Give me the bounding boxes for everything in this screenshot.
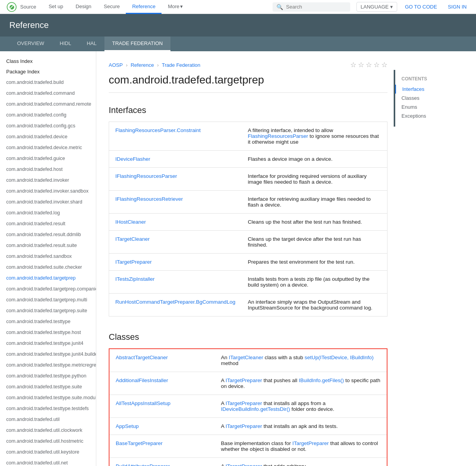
sidebar-item-result-ddmlib[interactable]: com.android.tradefed.result.ddmlib <box>0 229 96 240</box>
star-4[interactable]: ☆ <box>374 61 380 69</box>
sidebar-item-device[interactable]: com.android.tradefed.device <box>0 131 96 142</box>
star-5[interactable]: ☆ <box>381 61 387 69</box>
class-link-all-test-apps-install-setup[interactable]: AllTestAppsInstallSetup <box>116 400 170 406</box>
itarget-preparer-link-3[interactable]: ITargetPreparer <box>226 423 262 429</box>
sidebar-item-config-gcs[interactable]: com.android.tradefed.config.gcs <box>0 120 96 131</box>
itarget-preparer-link-4[interactable]: ITargetPreparer <box>292 440 329 446</box>
star-2[interactable]: ☆ <box>358 61 364 69</box>
class-link-additional-files-installer[interactable]: AdditionalFilesInstaller <box>116 377 168 383</box>
search-box[interactable]: 🔍 <box>273 2 350 12</box>
nav-link-reference[interactable]: Reference <box>126 0 162 14</box>
itarget-preparer-link-1[interactable]: ITargetPreparer <box>226 377 262 383</box>
sign-in-button[interactable]: SIGN IN <box>445 2 470 11</box>
tab-hidl[interactable]: HIDL <box>52 37 79 51</box>
sidebar-item-testtype-junit4-builder[interactable]: com.android.tradefed.testtype.junit4.bui… <box>0 349 96 360</box>
itarget-cleaner-link[interactable]: ITargetCleaner <box>229 355 263 360</box>
sidebar-item-testtype-junit4[interactable]: com.android.tradefed.testtype.junit4 <box>0 338 96 349</box>
sidebar-item-testtype-python[interactable]: com.android.tradefed.testtype.python <box>0 370 96 381</box>
search-input[interactable] <box>286 4 340 10</box>
nav-link-design[interactable]: Design <box>69 0 97 14</box>
itarget-preparer-link-5[interactable]: ITargetPreparer <box>226 463 262 466</box>
idevice-build-info-link[interactable]: IDeviceBuildInfo.getTestsDir() <box>221 406 290 412</box>
sidebar-item-package-index[interactable]: Package Index <box>0 66 96 77</box>
class-desc-all-test-apps-install-setup: A ITargetPreparer that installs all apps… <box>215 395 387 418</box>
flashing-resources-parser-link[interactable]: FlashingResourcesParser <box>248 133 308 139</box>
breadcrumb-aosp[interactable]: AOSP <box>109 62 123 68</box>
sidebar-item-guice[interactable]: com.android.tradefed.guice <box>0 153 96 164</box>
sidebar-item-command[interactable]: com.android.tradefed.command <box>0 88 96 99</box>
logo[interactable] <box>6 2 17 12</box>
tab-trade-federation[interactable]: TRADE FEDERATION <box>104 37 171 51</box>
table-row: FlashingResourcesParser.Constraint A fil… <box>109 122 387 151</box>
chevron-down-icon: ▾ <box>180 3 183 9</box>
toc-item-exceptions[interactable]: Exceptions <box>395 111 464 120</box>
sidebar-item-sandbox[interactable]: com.android.tradefed.sandbox <box>0 251 96 262</box>
sidebar-item-testtype-suite[interactable]: com.android.tradefed.testtype.suite <box>0 381 96 392</box>
toc-item-enums[interactable]: Enums <box>395 103 464 111</box>
sidebar-item-testtype-metricregression[interactable]: com.android.tradefed.testtype.metricregr… <box>0 360 96 370</box>
setup-method-link[interactable]: setUp(ITestDevice, IBuildInfo) <box>304 355 374 360</box>
sidebar-item-util-clockwork[interactable]: com.android.tradefed.util.clockwork <box>0 425 96 436</box>
nav-link-secure[interactable]: Secure <box>97 0 126 14</box>
sidebar-item-testtype[interactable]: com.android.tradefed.testtype <box>0 316 96 327</box>
sidebar-item-targetprep-companion[interactable]: com.android.tradefed.targetprep.companio… <box>0 283 96 294</box>
sidebar-item-build[interactable]: com.android.tradefed.build <box>0 77 96 88</box>
sidebar-item-testtype-testdefs[interactable]: com.android.tradefed.testtype.testdefs <box>0 403 96 414</box>
interface-link-itarget-cleaner[interactable]: ITargetCleaner <box>115 236 150 242</box>
sidebar-item-testtype-host[interactable]: com.android.tradefed.testtype.host <box>0 327 96 338</box>
class-link-base-target-preparer[interactable]: BaseTargetPreparer <box>116 440 163 446</box>
interface-link-iflashing-resources-parser[interactable]: IFlashingResourcesParser <box>115 173 177 179</box>
toc-item-classes[interactable]: Classes <box>395 94 464 103</box>
sidebar-item-log[interactable]: com.android.tradefed.log <box>0 207 96 218</box>
sidebar-item-util-net[interactable]: com.android.tradefed.util.net <box>0 457 96 466</box>
sidebar-item-util[interactable]: com.android.tradefed.util <box>0 414 96 425</box>
table-row: BaseTargetPreparer Base implementation c… <box>109 435 387 458</box>
breadcrumb-reference[interactable]: Reference <box>130 62 154 68</box>
sidebar-item-util-keystore[interactable]: com.android.tradefed.util.keystore <box>0 447 96 457</box>
sidebar-item-result-suite[interactable]: com.android.tradefed.result.suite <box>0 240 96 251</box>
tab-hal[interactable]: HAL <box>79 37 104 51</box>
sidebar-item-util-hostmetric[interactable]: com.android.tradefed.util.hostmetric <box>0 436 96 447</box>
sidebar-item-targetprep-multi[interactable]: com.android.tradefed.targetprep.multi <box>0 294 96 305</box>
sidebar-item-invoker-sandbox[interactable]: com.android.tradefed.invoker.sandbox <box>0 186 96 196</box>
star-1[interactable]: ☆ <box>350 61 356 69</box>
class-link-app-setup[interactable]: AppSetup <box>116 423 139 429</box>
interface-link-iflashing-resources-retriever[interactable]: IFlashingResourcesRetriever <box>115 196 183 202</box>
top-navigation: Source Set up Design Secure Reference Mo… <box>0 0 476 14</box>
sidebar-item-device-metric[interactable]: com.android.tradefed.device.metric <box>0 142 96 153</box>
sidebar-item-host[interactable]: com.android.tradefed.host <box>0 164 96 175</box>
interface-link-itests-zip-installer[interactable]: ITestsZipInstaller <box>115 276 155 282</box>
sidebar-item-class-index[interactable]: Class Index <box>0 56 96 66</box>
nav-link-setup[interactable]: Set up <box>42 0 69 14</box>
interface-link-ihost-cleaner[interactable]: IHostCleaner <box>115 219 146 225</box>
sidebar-item-command-remote[interactable]: com.android.tradefed.command.remote <box>0 99 96 110</box>
classes-table: AbstractTargetCleaner An ITargetCleaner … <box>109 348 387 466</box>
interface-link-itarget-preparer[interactable]: ITargetPreparer <box>115 259 152 265</box>
interface-link-idevice-flasher[interactable]: IDeviceFlasher <box>115 156 150 162</box>
breadcrumb-trade-federation[interactable]: Trade Federation <box>162 62 200 68</box>
sidebar-item-targetprep-suite[interactable]: com.android.tradefed.targetprep.suite <box>0 305 96 316</box>
toc-header: Contents <box>395 76 464 85</box>
sidebar-item-invoker[interactable]: com.android.tradefed.invoker <box>0 175 96 186</box>
itarget-preparer-link-2[interactable]: ITargetPreparer <box>226 400 262 406</box>
star-3[interactable]: ☆ <box>366 61 372 69</box>
sidebar-item-result[interactable]: com.android.tradefed.result <box>0 218 96 229</box>
class-link-abstract-target-cleaner[interactable]: AbstractTargetCleaner <box>116 355 168 360</box>
nav-link-more[interactable]: More ▾ <box>162 0 189 14</box>
ibuildinfo-getfiles-link[interactable]: IBuildInfo.getFiles() <box>299 377 344 383</box>
language-button[interactable]: LANGUAGE ▾ <box>356 2 397 12</box>
tab-overview[interactable]: OVERVIEW <box>9 37 52 51</box>
sidebar-item-suite-checker[interactable]: com.android.tradefed.suite.checker <box>0 262 96 273</box>
class-link-build-attributes-preparer[interactable]: BuildAttributesPreparer <box>116 463 170 466</box>
toc-item-interfaces[interactable]: Interfaces <box>395 85 464 94</box>
interface-link-flashing-resources-parser-constraint[interactable]: FlashingResourcesParser.Constraint <box>115 127 201 133</box>
nav-links: Set up Design Secure Reference More ▾ <box>42 0 273 14</box>
go-to-code-button[interactable]: GO TO CODE <box>402 2 440 11</box>
sidebar-item-invoker-shard[interactable]: com.android.tradefed.invoker.shard <box>0 196 96 207</box>
interface-link-run-host-command[interactable]: RunHostCommandTargetPreparer.BgCommandLo… <box>115 299 235 305</box>
sidebar-item-config[interactable]: com.android.tradefed.config <box>0 110 96 120</box>
class-desc-additional-files-installer: A ITargetPreparer that pushes all IBuild… <box>215 372 387 395</box>
breadcrumb: AOSP › Reference › Trade Federation ☆ ☆ … <box>109 61 387 69</box>
sidebar-item-targetprep[interactable]: com.android.tradefed.targetprep <box>0 273 96 283</box>
sidebar-item-testtype-suite-module[interactable]: com.android.tradefed.testtype.suite.modu… <box>0 392 96 403</box>
